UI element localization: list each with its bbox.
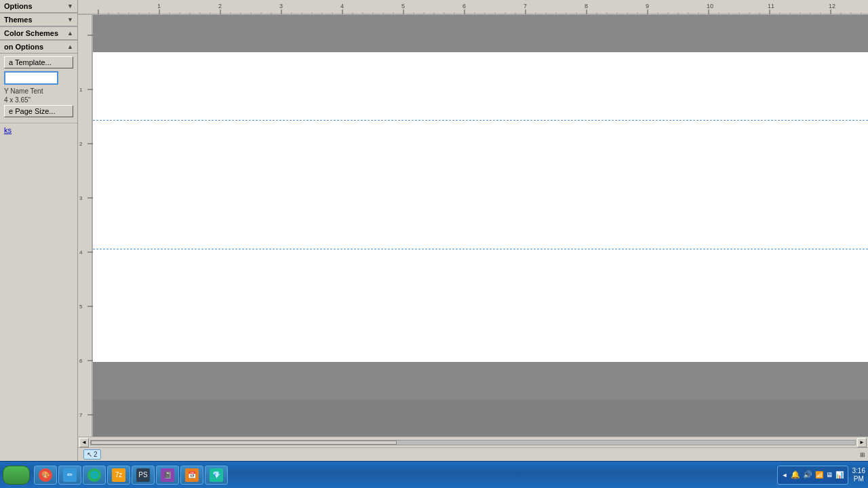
taskbar-app-1[interactable]: 🎨 bbox=[34, 466, 57, 485]
svg-text:1: 1 bbox=[79, 87, 83, 93]
taskbar-time[interactable]: 3:16 PM bbox=[852, 467, 865, 483]
template-size: 4 x 3.65" bbox=[4, 96, 73, 104]
svg-text:9: 9 bbox=[646, 3, 649, 9]
panel-themes-arrow: ▼ bbox=[67, 16, 73, 23]
taskbar-icon-7: 📅 bbox=[185, 468, 199, 482]
taskbar-app-5[interactable]: PS bbox=[132, 466, 155, 485]
canvas-wrapper: 1234567891011121314 1234567 bbox=[78, 0, 868, 461]
panel-options: Options ▼ bbox=[0, 0, 77, 14]
svg-text:7: 7 bbox=[79, 412, 83, 418]
panel-transition-header[interactable]: on Options ▲ bbox=[0, 41, 77, 54]
panel-colorschemes-label: Color Schemes bbox=[4, 29, 58, 37]
svg-text:4: 4 bbox=[340, 3, 344, 9]
taskbar-icon-1: 🎨 bbox=[39, 468, 52, 482]
ruler-left: 1234567 bbox=[78, 15, 93, 436]
scroll-track-h bbox=[90, 440, 856, 445]
zoom-indicator: ⊞ bbox=[860, 451, 865, 458]
scroll-left-button[interactable]: ◄ bbox=[79, 438, 89, 447]
links-label[interactable]: ks bbox=[4, 126, 12, 134]
taskbar-app-4[interactable]: 7z bbox=[107, 466, 130, 485]
links-section: ks bbox=[0, 123, 77, 137]
svg-text:8: 8 bbox=[585, 3, 588, 9]
svg-text:1: 1 bbox=[157, 3, 161, 9]
panel-colorschemes-arrow: ▲ bbox=[67, 30, 73, 37]
page-number: 2 bbox=[94, 451, 98, 458]
taskbar-icon-6: 📓 bbox=[161, 468, 174, 482]
panel-options-arrow: ▼ bbox=[67, 3, 73, 9]
start-button[interactable] bbox=[3, 466, 30, 485]
taskbar-app-2[interactable]: ✏ bbox=[58, 466, 81, 485]
panel-colorschemes: Color Schemes ▲ bbox=[0, 27, 77, 41]
svg-text:6: 6 bbox=[462, 3, 466, 9]
svg-text:2: 2 bbox=[218, 3, 222, 9]
panel-transition-arrow: ▲ bbox=[67, 43, 73, 50]
svg-text:2: 2 bbox=[79, 141, 83, 147]
taskbar-icon-8: 💎 bbox=[210, 468, 223, 482]
sidebar: Options ▼ Themes ▼ Color Schemes ▲ bbox=[0, 0, 78, 461]
svg-text:11: 11 bbox=[768, 3, 774, 9]
panel-options-header[interactable]: Options ▼ bbox=[0, 0, 77, 13]
horizontal-scrollbar[interactable]: ◄ ► bbox=[78, 436, 868, 447]
canvas-scroll-area: 1234567 bbox=[78, 15, 868, 436]
panel-transition-body: a Template... Y Name Tent 4 x 3.65" e Pa… bbox=[0, 54, 77, 123]
time-value: 3:16 bbox=[852, 467, 865, 475]
taskbar-app-6[interactable]: 📓 bbox=[156, 466, 179, 485]
svg-rect-106 bbox=[78, 15, 93, 436]
taskbar-icon-3: 🌐 bbox=[87, 468, 101, 482]
tray-icon-volume[interactable]: 🔊 bbox=[803, 470, 812, 479]
gray-band-top bbox=[93, 15, 868, 52]
panel-themes-label: Themes bbox=[4, 16, 33, 24]
ruler-left-svg: 1234567 bbox=[78, 15, 93, 436]
template-name: Y Name Tent bbox=[4, 87, 73, 95]
cursor-icon: ↖ bbox=[87, 451, 92, 458]
taskbar-icon-4: 7z bbox=[112, 468, 125, 482]
panel-options-label: Options bbox=[4, 2, 33, 10]
svg-text:10: 10 bbox=[707, 3, 713, 9]
template-input[interactable] bbox=[4, 71, 58, 85]
gray-band-bottom bbox=[93, 362, 868, 399]
ruler-top: 1234567891011121314 bbox=[78, 0, 868, 15]
page-area bbox=[93, 52, 868, 362]
time-ampm: PM bbox=[852, 475, 865, 483]
template-button[interactable]: a Template... bbox=[4, 56, 73, 68]
panel-colorschemes-header[interactable]: Color Schemes ▲ bbox=[0, 27, 77, 40]
panel-themes: Themes ▼ bbox=[0, 14, 77, 27]
dashed-line-2 bbox=[93, 249, 868, 249]
svg-text:5: 5 bbox=[401, 3, 405, 9]
panel-transition: on Options ▲ a Template... Y Name Tent 4… bbox=[0, 41, 77, 123]
page-size-button[interactable]: e Page Size... bbox=[4, 105, 73, 117]
svg-text:3: 3 bbox=[79, 195, 83, 201]
bottom-bar: ↖ 2 ⊞ bbox=[78, 447, 868, 461]
ruler-top-svg: 1234567891011121314 bbox=[78, 0, 868, 15]
taskbar-app-3[interactable]: 🌐 bbox=[83, 466, 106, 485]
main-canvas[interactable] bbox=[93, 15, 868, 436]
page-indicator[interactable]: ↖ 2 bbox=[83, 449, 101, 460]
template-input-area bbox=[4, 71, 73, 85]
tray-icon-display: 🖥 bbox=[826, 471, 833, 479]
taskbar-app-8[interactable]: 💎 bbox=[205, 466, 228, 485]
svg-text:12: 12 bbox=[829, 3, 835, 9]
svg-text:7: 7 bbox=[524, 3, 527, 9]
scroll-right-button[interactable]: ► bbox=[857, 438, 867, 447]
panel-transition-label: on Options bbox=[4, 43, 43, 51]
taskbar-icon-2: ✏ bbox=[63, 468, 77, 482]
taskbar-icon-5: PS bbox=[136, 468, 150, 482]
app-container: Options ▼ Themes ▼ Color Schemes ▲ bbox=[0, 0, 868, 488]
tray-icon-battery: 📊 bbox=[835, 471, 844, 479]
svg-text:5: 5 bbox=[79, 304, 83, 310]
svg-text:3: 3 bbox=[279, 3, 283, 9]
scroll-thumb-h[interactable] bbox=[91, 441, 397, 445]
tray-icon-network: 📶 bbox=[815, 471, 823, 479]
svg-text:4: 4 bbox=[79, 249, 83, 256]
content-area: Options ▼ Themes ▼ Color Schemes ▲ bbox=[0, 0, 868, 461]
tray-icon-notify: 🔔 bbox=[791, 470, 800, 479]
system-tray: ◄ 🔔 🔊 📶 🖥 📊 bbox=[777, 466, 848, 485]
svg-text:6: 6 bbox=[79, 358, 83, 364]
taskbar-app-7[interactable]: 📅 bbox=[180, 466, 203, 485]
dashed-line-1 bbox=[93, 120, 868, 121]
panel-themes-header[interactable]: Themes ▼ bbox=[0, 14, 77, 26]
taskbar: 🎨 ✏ 🌐 7z PS 📓 bbox=[0, 461, 868, 488]
show-hidden-icon[interactable]: ◄ bbox=[782, 472, 788, 479]
